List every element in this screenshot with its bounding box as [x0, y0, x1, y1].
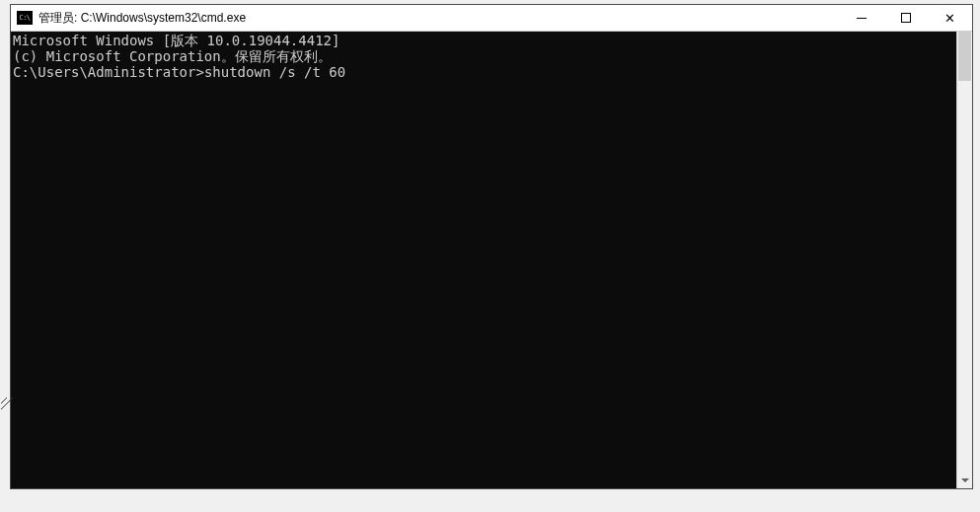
scrollbar-arrow-down[interactable]: [957, 473, 972, 488]
vertical-scrollbar[interactable]: [956, 32, 972, 488]
terminal-area: Microsoft Windows [版本 10.0.19044.4412](c…: [11, 32, 972, 488]
maximize-button[interactable]: [883, 5, 928, 31]
command-input[interactable]: shutdown /s /t 60: [204, 64, 345, 80]
prompt: C:\Users\Administrator>: [13, 64, 204, 80]
close-button[interactable]: ✕: [928, 5, 972, 31]
close-icon: ✕: [944, 12, 955, 25]
window-title: 管理员: C:\Windows\system32\cmd.exe: [38, 10, 839, 27]
terminal-line: (c) Microsoft Corporation。保留所有权利。: [13, 48, 954, 64]
maximize-icon: [901, 13, 911, 23]
terminal-line: Microsoft Windows [版本 10.0.19044.4412]: [13, 33, 954, 48]
cmd-icon: C:\: [17, 11, 33, 25]
titlebar[interactable]: C:\ 管理员: C:\Windows\system32\cmd.exe ✕: [11, 5, 972, 32]
terminal-content[interactable]: Microsoft Windows [版本 10.0.19044.4412](c…: [11, 32, 956, 488]
minimize-icon: [857, 18, 867, 19]
window-controls: ✕: [839, 5, 972, 31]
prompt-line: C:\Users\Administrator>shutdown /s /t 60: [13, 64, 954, 80]
chevron-down-icon: [961, 478, 969, 482]
scrollbar-thumb[interactable]: [958, 32, 971, 81]
minimize-button[interactable]: [839, 5, 883, 31]
cmd-window: C:\ 管理员: C:\Windows\system32\cmd.exe ✕ M…: [10, 4, 973, 489]
